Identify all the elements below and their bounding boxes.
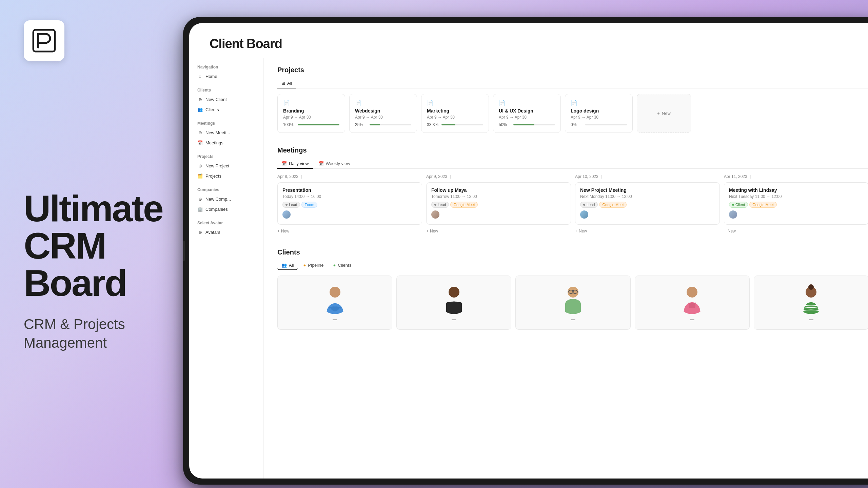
add-new-apr10[interactable]: + New [575, 227, 720, 235]
projects-section-title: Projects [277, 66, 868, 74]
meeting-card-presentation[interactable]: Presentation Today 14:00 → 16:00 Lead Zo… [277, 182, 422, 225]
clients-all-icon: 👥 [281, 263, 287, 268]
sidebar-item-projects[interactable]: 🗂️ Projects [195, 171, 258, 181]
project-card-branding[interactable]: 📄 Branding Apr 9 → Apr 30 100% [277, 94, 345, 133]
tag-gmeet-4: Google Meet [749, 202, 777, 208]
sidebar-companies-label: Companies [205, 207, 228, 212]
sidebar: Navigation ○ Home Clients ⊕ New Clien [189, 58, 264, 479]
meetings-row: Apr 8, 2023 | Presentation Today 14:00 →… [277, 174, 868, 235]
left-panel: Ultimate CRM Board CRM & Projects Manage… [0, 0, 190, 488]
sidebar-item-home[interactable]: ○ Home [195, 72, 258, 81]
plus-icon-4: ⊕ [197, 196, 203, 202]
plus-icon-apr8: + [277, 229, 280, 233]
client-avatar-1 [320, 284, 350, 314]
meeting-card-lindsay[interactable]: Meeting with Lindsay Next Tuesday 11:00 … [724, 182, 868, 225]
client-avatar-5 [796, 284, 826, 314]
plus-icon-3: ⊕ [197, 163, 203, 168]
sidebar-item-companies[interactable]: 🏢 Companies [195, 204, 258, 214]
progress-fill-branding [298, 124, 339, 125]
avatar-presentation [282, 210, 291, 219]
client-card-3[interactable]: — [515, 276, 630, 330]
card-title-logo: Logo design [571, 108, 627, 114]
tab-daily-view[interactable]: 📅 Daily view [277, 159, 313, 169]
calendar-icon: 📅 [197, 140, 203, 145]
tab-weekly-view[interactable]: 📅 Weekly view [314, 159, 354, 169]
meeting-title-presentation: Presentation [282, 187, 417, 193]
meeting-date-apr10: Apr 10, 2023 | [575, 174, 720, 179]
progress-bar-branding [298, 124, 339, 125]
meeting-tags-newproject: Lead Google Meet [580, 202, 715, 208]
sidebar-new-meeting-label: New Meeti... [205, 130, 230, 135]
sidebar-home-label: Home [205, 74, 217, 79]
clients-tabs: 👥 All ● Pipeline ● Clients [277, 261, 868, 270]
tag-client-1: Client [729, 202, 748, 208]
plus-icon-5: ⊕ [197, 229, 203, 235]
sidebar-item-new-meeting[interactable]: ⊕ New Meeti... [195, 128, 258, 137]
clients-cards-row: — [277, 276, 868, 330]
client-card-1[interactable]: — [277, 276, 392, 330]
grid-icon: ⊞ [281, 81, 285, 86]
content-area: Navigation ○ Home Clients ⊕ New Clien [189, 58, 868, 479]
meeting-column-apr10: Apr 10, 2023 | New Project Meeting Next … [575, 174, 720, 235]
add-new-apr9[interactable]: + New [426, 227, 571, 235]
progress-bar-webdesign [370, 124, 411, 125]
sidebar-item-new-company[interactable]: ⊕ New Comp... [195, 194, 258, 204]
doc-icon-logo: 📄 [571, 100, 627, 106]
project-card-marketing[interactable]: 📄 Marketing Apr 9 → Apr 30 33.3% [421, 94, 489, 133]
add-new-apr11[interactable]: + New [724, 227, 868, 235]
tab-clients[interactable]: ● Clients [329, 261, 356, 270]
sidebar-avatars-label: Avatars [205, 230, 220, 235]
progress-label-marketing: 33.3% [427, 122, 439, 127]
sidebar-item-new-project[interactable]: ⊕ New Project [195, 161, 258, 170]
meeting-tags-lindsay: Client Google Meet [729, 202, 864, 208]
sidebar-section-avatar: Select Avatar ⊕ Avatars [195, 221, 258, 237]
meeting-time-newproject: Next Monday 11:00 → 12:00 [580, 194, 715, 199]
client-name-2: — [452, 317, 456, 322]
clients-dot: ● [333, 263, 336, 268]
project-card-logo[interactable]: 📄 Logo design Apr 9 → Apr 30 0% [565, 94, 633, 133]
clients-icon: 👥 [197, 107, 203, 112]
sidebar-section-projects: Projects ⊕ New Project 🗂️ Projects [195, 154, 258, 181]
svg-point-8 [687, 287, 697, 298]
project-card-uiux[interactable]: 📄 UI & UX Design Apr 9 → Apr 30 50% [493, 94, 561, 133]
tag-gmeet-3: Google Meet [599, 202, 627, 208]
client-card-4[interactable]: — [635, 276, 750, 330]
tab-pipeline[interactable]: ● Pipeline [299, 261, 328, 270]
sidebar-projects-label: Projects [205, 174, 221, 179]
notion-logo [24, 20, 64, 61]
meeting-column-apr11: Apr 11, 2023 | Meeting with Lindsay Next… [724, 174, 868, 235]
sidebar-avatar-title: Select Avatar [195, 221, 258, 225]
svg-point-1 [330, 287, 340, 298]
projects-section: Projects ⊞ All 📄 [277, 66, 868, 133]
client-avatar-4 [677, 284, 707, 314]
meeting-card-newproject[interactable]: New Project Meeting Next Monday 11:00 → … [575, 182, 720, 225]
sidebar-clients-label: Clients [205, 107, 219, 112]
sidebar-item-avatars[interactable]: ⊕ Avatars [195, 227, 258, 237]
plus-icon-2: ⊕ [197, 130, 203, 135]
sidebar-item-meetings[interactable]: 📅 Meetings [195, 138, 258, 147]
meeting-card-followup[interactable]: Follow up Maya Tomorrow 11:00 → 12:00 Le… [426, 182, 571, 225]
meeting-time-lindsay: Next Tuesday 11:00 → 12:00 [729, 194, 864, 199]
client-name-3: — [571, 317, 575, 322]
dot-lead-2 [434, 204, 436, 206]
new-label-apr9: New [430, 229, 438, 233]
meeting-date-apr11: Apr 11, 2023 | [724, 174, 868, 179]
tab-daily-label: Daily view [289, 161, 309, 166]
client-card-2[interactable]: — [396, 276, 511, 330]
sidebar-item-new-client[interactable]: ⊕ New Client [195, 95, 258, 104]
project-card-webdesign[interactable]: 📄 Webdesign Apr 9 → Apr 30 25% [349, 94, 417, 133]
client-card-5[interactable]: — [754, 276, 868, 330]
client-avatar-3 [558, 284, 588, 314]
tab-all-clients[interactable]: 👥 All [277, 261, 298, 270]
new-label-apr11: New [728, 229, 736, 233]
plus-icon: ⊕ [197, 97, 203, 102]
plus-icon-new-project: + [657, 111, 660, 116]
new-project-button[interactable]: + New [637, 94, 691, 133]
left-title: Ultimate CRM Board [24, 190, 170, 302]
sidebar-section-companies: Companies ⊕ New Comp... 🏢 Companies [195, 187, 258, 214]
sidebar-item-clients[interactable]: 👥 Clients [195, 105, 258, 114]
add-new-apr8[interactable]: + New [277, 227, 422, 235]
card-title-marketing: Marketing [427, 108, 483, 114]
progress-logo: 0% [571, 122, 627, 127]
tab-all-projects[interactable]: ⊞ All [277, 79, 296, 88]
